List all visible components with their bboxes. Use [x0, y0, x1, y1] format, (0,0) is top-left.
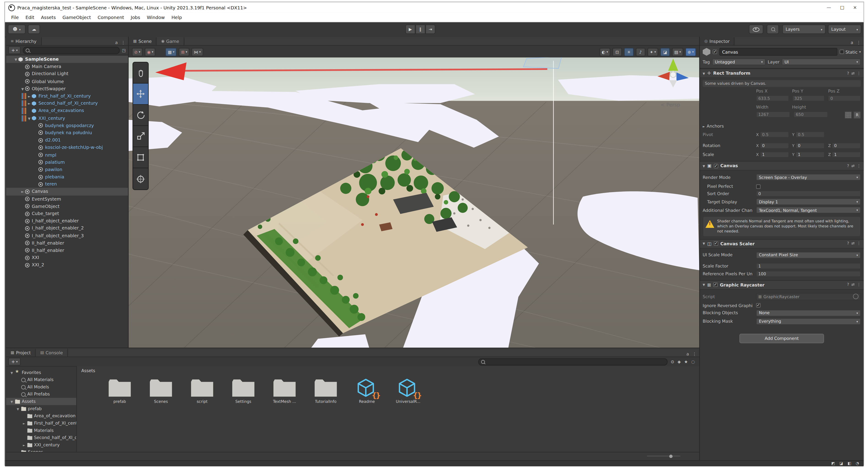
- help-icon[interactable]: ?: [847, 283, 849, 287]
- asset-item[interactable]: {} TextMesh ...: [267, 378, 302, 404]
- preset-icon[interactable]: ⇄: [851, 164, 855, 168]
- favorites-filter-icon[interactable]: ★: [684, 359, 688, 364]
- project-tree-row[interactable]: ► XXI_century: [6, 441, 76, 449]
- auto-refresh-icon[interactable]: a: [850, 40, 853, 45]
- layer-dropdown[interactable]: UI▾: [782, 58, 861, 65]
- target-display-dropdown[interactable]: Display 1▾: [756, 198, 861, 205]
- fold-arrow-icon[interactable]: ►: [23, 443, 27, 446]
- asset-item[interactable]: {} script: [185, 378, 219, 404]
- project-tree-row[interactable]: ▼ Favorites: [6, 369, 76, 376]
- view-tool-button[interactable]: [133, 62, 148, 83]
- hierarchy-tab[interactable]: ≡ Hierarchy: [6, 37, 42, 45]
- close-button[interactable]: ×: [853, 5, 857, 10]
- auto-refresh-icon[interactable]: a: [686, 352, 689, 357]
- rotation-y-field[interactable]: 0: [796, 143, 825, 149]
- hierarchy-row[interactable]: nmpl: [6, 151, 128, 158]
- canvas-component-header[interactable]: ▼ ▣ ✓ Canvas ? ⇄ ⋮: [700, 161, 863, 170]
- raycaster-enabled-checkbox[interactable]: ✓: [713, 283, 718, 287]
- scale-tool-button[interactable]: [133, 126, 148, 147]
- asset-item[interactable]: {} Settings: [226, 378, 261, 404]
- static-toggle[interactable]: Static ▾: [839, 49, 861, 54]
- project-tree-row[interactable]: All Materials: [6, 376, 76, 383]
- sort-order-field[interactable]: 0: [756, 190, 861, 197]
- project-tree-row[interactable]: ► First_half_of_XI_century: [6, 419, 76, 427]
- project-search-input[interactable]: [478, 358, 667, 365]
- anchors-label[interactable]: Anchors: [707, 124, 760, 129]
- effects-dropdown[interactable]: ✦▾: [648, 48, 658, 56]
- version-control-button[interactable]: [749, 25, 763, 34]
- hierarchy-row[interactable]: I_half_object_enabler_3: [6, 232, 128, 239]
- draw-mode-dropdown[interactable]: ◐▾: [599, 48, 610, 56]
- account-button[interactable]: ☻ ▾: [8, 25, 26, 34]
- add-component-button[interactable]: Add Component: [739, 334, 824, 343]
- hierarchy-row[interactable]: ▼ SampleScene: [6, 56, 128, 63]
- hierarchy-row[interactable]: plebania: [6, 173, 128, 181]
- scale-z-field[interactable]: 1: [832, 152, 861, 158]
- hierarchy-search-input[interactable]: [23, 47, 120, 54]
- reference-ppu-field[interactable]: 100: [756, 271, 861, 277]
- hierarchy-row[interactable]: ▼ XXI_century: [6, 115, 128, 122]
- hierarchy-row[interactable]: I_half_object_enabler_2: [6, 225, 128, 232]
- hierarchy-row[interactable]: teren: [6, 181, 128, 188]
- hierarchy-row[interactable]: GameObject: [6, 203, 128, 210]
- help-icon[interactable]: ?: [847, 71, 849, 75]
- rotation-z-field[interactable]: 0: [832, 143, 861, 149]
- raw-edit-icon[interactable]: R: [854, 112, 861, 119]
- fold-arrow-icon[interactable]: ►: [23, 421, 27, 425]
- project-tree-row[interactable]: Materials: [6, 427, 76, 434]
- hierarchy-row[interactable]: budynek na południu: [6, 129, 128, 137]
- menu-item[interactable]: Jobs: [127, 14, 144, 20]
- hierarchy-row[interactable]: Area_of_excavations: [6, 107, 128, 115]
- project-tree-row[interactable]: ▼ prefab: [6, 405, 76, 412]
- scale-y-field[interactable]: 1: [796, 152, 825, 158]
- breadcrumb[interactable]: Assets: [81, 368, 699, 373]
- object-picker-icon[interactable]: [853, 294, 858, 299]
- pause-button[interactable]: ‖: [415, 25, 426, 34]
- canvas-scaler-header[interactable]: ▼ ◫ ✓ Canvas Scaler ? ⇄ ⋮: [700, 239, 863, 248]
- status-icon-2[interactable]: ◪: [839, 462, 843, 466]
- hierarchy-row[interactable]: Directional Light: [6, 70, 128, 78]
- hierarchy-row[interactable]: kosciol-ze-sketchUp-w-obj: [6, 144, 128, 151]
- create-object-button[interactable]: +▾: [8, 46, 21, 54]
- panel-menu-icon[interactable]: ⋮: [692, 352, 696, 357]
- rect-tool-button[interactable]: [133, 147, 148, 168]
- hierarchy-row[interactable]: ► Second_half_of_XI_century: [6, 100, 128, 107]
- preset-icon[interactable]: ⇄: [851, 283, 855, 287]
- height-field[interactable]: 650: [794, 112, 828, 118]
- search-button[interactable]: [767, 25, 779, 34]
- pivot-y-field[interactable]: 0.5: [796, 131, 825, 138]
- menu-item[interactable]: Help: [168, 14, 185, 20]
- scale-x-field[interactable]: 1: [760, 152, 789, 158]
- project-tree-row[interactable]: All Prefabs: [6, 391, 76, 398]
- scene-viewport[interactable]: < Persp: [129, 57, 699, 348]
- asset-item[interactable]: {} Readme: [350, 378, 384, 404]
- ignore-reversed-checkbox[interactable]: ✓: [756, 303, 761, 307]
- hierarchy-row[interactable]: II_half_enabler: [6, 239, 128, 246]
- console-tab[interactable]: ▤ Console: [36, 349, 68, 357]
- rotation-x-field[interactable]: 0: [760, 143, 789, 149]
- hierarchy-row[interactable]: ► Canvas: [6, 188, 128, 195]
- fold-arrow-icon[interactable]: ▼: [13, 57, 18, 61]
- game-tab[interactable]: ◉ Game: [157, 37, 184, 45]
- object-name-field[interactable]: Canvas: [719, 48, 837, 56]
- width-field[interactable]: 1267: [756, 112, 790, 118]
- active-checkbox[interactable]: ✓: [713, 50, 717, 54]
- project-tree-row[interactable]: Second_half_of_XI_cent: [6, 434, 76, 441]
- cloud-services-button[interactable]: ☁: [28, 25, 40, 34]
- rect-transform-header[interactable]: ▼ ✛ Rect Transform ? ⇄ ⋮: [700, 68, 863, 78]
- pos-z-field[interactable]: 0: [828, 95, 861, 101]
- scene-picker-icon[interactable]: ◳: [122, 48, 126, 53]
- auto-refresh-icon[interactable]: a: [115, 40, 118, 45]
- hierarchy-row[interactable]: pawilon: [6, 166, 128, 173]
- hierarchy-row[interactable]: ▼ ObjectSwapper: [6, 85, 128, 92]
- menu-item[interactable]: Component: [94, 14, 127, 20]
- pixel-perfect-checkbox[interactable]: [756, 184, 761, 188]
- step-button[interactable]: ⇥: [426, 25, 435, 34]
- asset-item[interactable]: {} TutorialInfo: [308, 378, 343, 404]
- render-mode-dropdown[interactable]: Screen Space - Overlay▾: [756, 174, 861, 180]
- search-by-label-icon[interactable]: ◈: [678, 359, 681, 364]
- fold-arrow-icon[interactable]: ►: [27, 101, 32, 105]
- scaler-enabled-checkbox[interactable]: ✓: [714, 241, 718, 246]
- ui-scale-mode-dropdown[interactable]: Constant Pixel Size▾: [756, 252, 861, 258]
- snap-increment-button[interactable]: ⊞▾: [179, 48, 189, 56]
